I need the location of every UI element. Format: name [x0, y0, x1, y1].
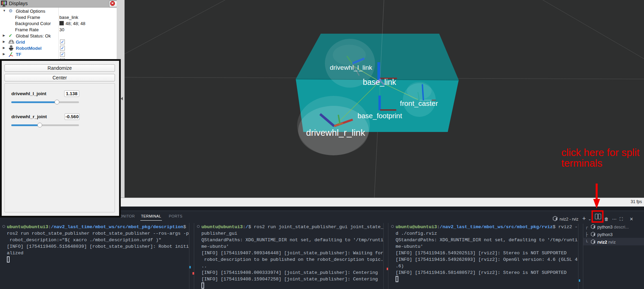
svg-text:base_footprint: base_footprint — [358, 112, 402, 120]
svg-text:drivewhl_r_link: drivewhl_r_link — [306, 127, 365, 138]
svg-text:base_link: base_link — [363, 78, 396, 87]
svg-text:front_caster: front_caster — [400, 99, 438, 108]
svg-text:drivewhl_l_link: drivewhl_l_link — [330, 64, 372, 71]
